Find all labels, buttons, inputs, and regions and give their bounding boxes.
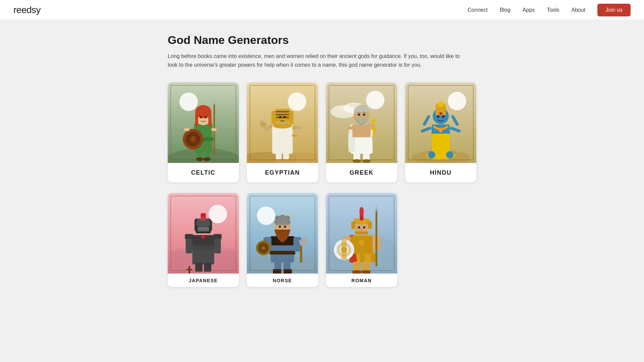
svg-marker-10 [214, 99, 215, 104]
svg-rect-99 [275, 216, 290, 225]
svg-rect-118 [366, 253, 370, 262]
svg-rect-91 [204, 262, 211, 272]
svg-rect-62 [450, 126, 461, 133]
svg-point-71 [439, 113, 442, 115]
svg-rect-140 [341, 240, 346, 260]
svg-rect-37 [292, 135, 297, 136]
svg-rect-82 [214, 234, 222, 239]
svg-rect-59 [422, 115, 431, 126]
svg-rect-90 [195, 262, 203, 272]
nav-tools[interactable]: Tools [547, 7, 559, 13]
card-hindu[interactable]: HINDU [405, 82, 476, 182]
svg-point-73 [428, 151, 435, 159]
svg-point-13 [190, 136, 196, 142]
page-description: Long before books came into existence, m… [168, 52, 463, 69]
svg-rect-14 [184, 128, 189, 131]
svg-rect-132 [361, 229, 362, 231]
card-greek-image [326, 82, 397, 163]
svg-rect-97 [270, 251, 295, 255]
card-japanese[interactable]: JAPANESE [168, 193, 239, 287]
norse-sun [257, 206, 275, 225]
svg-rect-112 [273, 269, 281, 274]
svg-point-70 [442, 115, 445, 118]
svg-rect-38 [276, 152, 281, 159]
roman-figure [326, 193, 397, 274]
svg-point-101 [287, 217, 288, 219]
svg-rect-84 [214, 239, 221, 254]
svg-point-46 [363, 114, 365, 116]
svg-point-58 [439, 129, 443, 133]
svg-rect-5 [195, 112, 198, 126]
egyptian-figure [247, 82, 318, 163]
card-celtic[interactable]: CELTIC [168, 82, 239, 182]
card-hindu-label: HINDU [405, 163, 476, 182]
nav-connect[interactable]: Connect [468, 7, 488, 13]
celtic-figure [168, 82, 239, 163]
page-title: God Name Generators [168, 34, 476, 47]
card-hindu-image [405, 82, 476, 163]
svg-point-109 [262, 246, 265, 250]
svg-point-19 [203, 158, 211, 161]
celtic-sun [179, 93, 198, 111]
greek-figure [326, 82, 397, 163]
card-roman[interactable]: ROMAN [326, 193, 397, 287]
join-button[interactable]: Join us [597, 4, 631, 16]
svg-rect-79 [191, 245, 216, 250]
japanese-figure [168, 193, 239, 274]
svg-rect-61 [451, 115, 459, 126]
card-egyptian[interactable]: EGYPTIAN [247, 82, 318, 182]
svg-point-102 [279, 226, 281, 228]
svg-rect-43 [353, 125, 371, 137]
svg-rect-6 [208, 112, 211, 126]
card-greek[interactable]: GREEK [326, 82, 397, 182]
svg-point-121 [359, 240, 364, 245]
svg-rect-39 [283, 152, 289, 159]
svg-rect-81 [185, 234, 193, 239]
svg-rect-27 [275, 114, 290, 115]
hindu-sun [448, 92, 466, 110]
nav-apps[interactable]: Apps [523, 7, 535, 13]
svg-rect-50 [348, 126, 355, 130]
svg-rect-36 [261, 124, 266, 125]
card-celtic-image [168, 82, 239, 163]
svg-rect-134 [375, 212, 377, 266]
svg-point-8 [205, 116, 207, 119]
svg-point-54 [362, 159, 371, 163]
svg-rect-66 [437, 103, 439, 107]
card-japanese-label: JAPANESE [168, 274, 239, 287]
svg-rect-35 [292, 126, 301, 129]
svg-rect-30 [289, 111, 293, 124]
card-grid-row1: CELTIC [168, 82, 476, 182]
norse-figure [247, 193, 318, 274]
svg-rect-83 [186, 239, 193, 254]
svg-rect-93 [186, 269, 192, 270]
card-greek-label: GREEK [326, 163, 397, 182]
svg-point-7 [200, 116, 202, 119]
nav-blog[interactable]: Blog [500, 7, 511, 13]
svg-rect-117 [360, 253, 365, 262]
svg-rect-119 [371, 253, 375, 262]
svg-point-103 [284, 226, 286, 228]
svg-rect-68 [440, 101, 442, 106]
svg-rect-67 [442, 103, 444, 107]
svg-rect-60 [420, 126, 432, 133]
card-roman-label: ROMAN [326, 274, 397, 287]
svg-point-128 [359, 207, 364, 216]
svg-point-69 [437, 115, 440, 118]
nav-about[interactable]: About [571, 7, 585, 13]
nav-links: Connect Blog Apps Tools About Join us [468, 4, 631, 16]
svg-point-53 [353, 159, 361, 163]
svg-point-89 [197, 217, 210, 230]
card-norse[interactable]: NORSE [247, 193, 318, 287]
svg-rect-29 [271, 111, 276, 124]
card-japanese-image [168, 193, 239, 274]
navigation: reedsy Connect Blog Apps Tools About Joi… [0, 0, 644, 20]
card-norse-label: NORSE [247, 274, 318, 287]
card-grid-row2: JAPANESE [168, 193, 476, 287]
logo[interactable]: reedsy [13, 5, 41, 15]
svg-rect-26 [275, 111, 290, 112]
card-egyptian-image [247, 82, 318, 163]
japanese-sun [209, 205, 227, 223]
card-roman-image [326, 193, 397, 274]
svg-rect-113 [283, 269, 292, 274]
